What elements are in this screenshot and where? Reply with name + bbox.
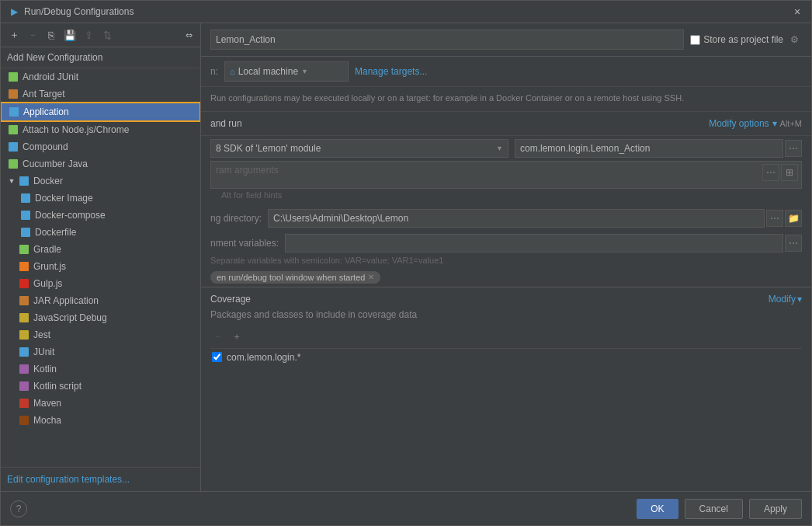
tree-item-label: Cucumber Java <box>23 158 88 169</box>
env-vars-label: nment variables: <box>210 238 279 249</box>
tree-item-gulp[interactable]: ▶ Gulp.js <box>1 275 200 292</box>
working-dir-label: ng directory: <box>210 213 262 224</box>
tree-item-kotlin-script[interactable]: ▶ Kotlin script <box>1 378 200 395</box>
share-button[interactable]: ⇧ <box>80 26 97 44</box>
tree-item-jest[interactable]: ▶ Jest <box>1 326 200 343</box>
tree-item-cucumber-java[interactable]: Cucumber Java <box>1 155 200 172</box>
coverage-section: Coverage Modify ▾ Packages and classes t… <box>201 287 811 372</box>
modify-chevron-icon: ▾ <box>772 118 777 129</box>
working-dir-row: ng directory: ⋯ 📁 <box>201 206 811 231</box>
save-button[interactable]: 💾 <box>61 26 78 44</box>
jar-icon <box>18 294 30 307</box>
coverage-modify-label: Modify <box>769 294 796 305</box>
add-button[interactable]: ＋ <box>5 26 23 44</box>
tree-item-docker[interactable]: ▼ Docker <box>1 172 200 190</box>
shortcut-hint: Alt+M <box>780 119 802 128</box>
tree-item-label: Mocha <box>33 415 61 426</box>
copy-button[interactable]: ⎘ <box>43 26 60 44</box>
right-scrollable[interactable]: and run Modify options ▾ Alt+M 8 SDK of … <box>201 112 811 492</box>
main-content: ＋ － ⎘ 💾 ⇧ ⇅ ⇔ Add New Configuration Andr… <box>1 23 811 491</box>
name-row: Store as project file ⚙ <box>201 23 811 57</box>
field-hints: Alt for field hints <box>210 189 802 203</box>
sdk-select[interactable]: 8 SDK of 'Lemon' module ▼ <box>210 139 508 158</box>
remove-button[interactable]: － <box>24 26 41 44</box>
home-icon: ⌂ <box>230 67 235 76</box>
coverage-add-btn[interactable]: ＋ <box>229 329 245 345</box>
tree-item-application[interactable]: Application <box>1 103 200 121</box>
working-dir-copy-btn[interactable]: ⋯ <box>766 210 783 227</box>
env-vars-browse-btn[interactable]: ⋯ <box>785 235 802 252</box>
env-vars-input[interactable] <box>285 234 783 253</box>
tree-item-label: Attach to Node.js/Chrome <box>23 124 129 135</box>
manage-targets-link[interactable]: Manage targets... <box>355 66 427 77</box>
tree-item-dockerfile[interactable]: Dockerfile <box>1 224 200 241</box>
gulp-icon <box>18 277 30 290</box>
tree-item-jar[interactable]: ▶ JAR Application <box>1 292 200 309</box>
add-new-section: Add New Configuration <box>1 47 200 68</box>
store-checkbox[interactable] <box>690 35 700 45</box>
gear-button[interactable]: ⚙ <box>786 32 802 47</box>
tree-item-label: Kotlin script <box>33 381 82 392</box>
working-dir-input[interactable] <box>268 209 765 228</box>
working-dir-input-group: ⋯ 📁 <box>268 209 802 228</box>
name-input[interactable] <box>210 30 684 50</box>
jest-icon <box>18 329 30 341</box>
tree-item-maven[interactable]: ▶ Maven <box>1 395 200 412</box>
apply-button[interactable]: Apply <box>749 499 802 519</box>
close-button[interactable]: × <box>791 5 803 18</box>
sort-button[interactable]: ⇅ <box>99 26 116 44</box>
tree-item-js-debug[interactable]: ▶ JavaScript Debug <box>1 309 200 326</box>
target-row: n: ⌂ Local machine ▼ Manage targets... <box>201 57 811 87</box>
tree-item-gradle[interactable]: ▶ Gradle <box>1 241 200 258</box>
tree-item-label: Jest <box>33 329 50 340</box>
build-run-title: and run <box>210 118 242 129</box>
working-dir-browse-btn[interactable]: 📁 <box>785 210 802 227</box>
right-panel: Store as project file ⚙ n: ⌂ Local machi… <box>201 23 811 491</box>
title-bar: ▶ Run/Debug Configurations × <box>1 1 811 23</box>
tree-item-ant[interactable]: Ant Target <box>1 85 200 103</box>
main-class-input[interactable] <box>515 139 783 158</box>
tag-remove-btn[interactable]: ✕ <box>368 273 374 281</box>
tree-item-docker-compose[interactable]: Docker-compose <box>1 207 200 224</box>
tree-item-android[interactable]: Android JUnit <box>1 68 200 85</box>
coverage-remove-btn[interactable]: － <box>210 329 226 345</box>
sdk-dropdown-arrow: ▼ <box>496 145 503 152</box>
target-dropdown-arrow: ▼ <box>301 68 308 75</box>
env-vars-hint: Separate variables with semicolon: VAR=v… <box>201 256 811 268</box>
coverage-header: Coverage Modify ▾ <box>210 294 802 305</box>
tree-item-junit[interactable]: ▶ JUnit <box>1 343 200 361</box>
coverage-item-checkbox[interactable] <box>212 352 222 362</box>
modify-options-button[interactable]: Modify options ▾ Alt+M <box>709 118 802 129</box>
store-checkbox-area: Store as project file ⚙ <box>690 32 802 47</box>
help-button[interactable]: ? <box>10 500 27 517</box>
compound-icon <box>7 141 19 153</box>
tree-item-docker-image[interactable]: Docker Image <box>1 190 200 207</box>
coverage-modify-chevron: ▾ <box>797 294 802 305</box>
tree-item-grunt[interactable]: ▶ Grunt.js <box>1 258 200 275</box>
main-class-browse-btn[interactable]: ⋯ <box>785 140 802 157</box>
app-icon <box>8 106 20 118</box>
coverage-modify-button[interactable]: Modify ▾ <box>769 294 802 305</box>
tree-item-mocha[interactable]: ▶ Mocha <box>1 412 200 429</box>
expand-button[interactable]: ⇔ <box>182 28 196 42</box>
title-bar-left: ▶ Run/Debug Configurations <box>9 6 134 17</box>
tree-item-attach-nodejs[interactable]: Attach to Node.js/Chrome <box>1 121 200 138</box>
target-select[interactable]: ⌂ Local machine ▼ <box>224 61 349 82</box>
junit-icon <box>18 346 30 358</box>
tree-item-label: Application <box>23 106 69 117</box>
program-args-wrapper[interactable]: ram arguments ⋯ ⊞ <box>210 161 802 189</box>
coverage-toolbar: － ＋ <box>210 326 802 349</box>
dockerfile-icon <box>19 226 32 239</box>
tree-item-label: Android JUnit <box>23 71 78 82</box>
ok-button[interactable]: OK <box>637 499 678 519</box>
cancel-button[interactable]: Cancel <box>685 499 743 519</box>
bottom-buttons: OK Cancel Apply <box>637 499 802 519</box>
tree-item-label: Docker-compose <box>35 210 106 221</box>
tree-list[interactable]: Android JUnit Ant Target Application Att… <box>1 68 200 467</box>
program-args-expand-btn[interactable]: ⊞ <box>781 164 798 181</box>
edit-config-link[interactable]: Edit configuration templates... <box>1 467 200 491</box>
program-args-multiline-btn[interactable]: ⋯ <box>762 164 779 181</box>
tree-item-label: Docker Image <box>35 193 93 204</box>
tree-item-kotlin[interactable]: ▶ Kotlin <box>1 361 200 378</box>
tree-item-compound[interactable]: Compound <box>1 138 200 155</box>
